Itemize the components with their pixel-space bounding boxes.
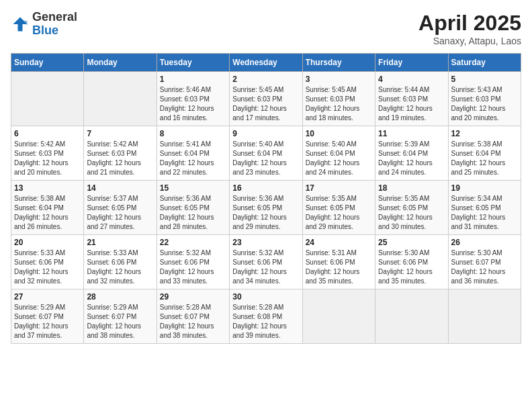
day-number: 4	[378, 75, 445, 84]
day-number: 23	[232, 238, 299, 247]
calendar-cell: 1Sunrise: 5:46 AMSunset: 6:03 PMDaylight…	[157, 72, 229, 126]
day-number: 29	[160, 292, 226, 302]
weekday-header-cell: Saturday	[448, 54, 521, 72]
calendar-week-row: 13Sunrise: 5:38 AMSunset: 6:04 PMDayligh…	[11, 181, 521, 235]
calendar-cell: 16Sunrise: 5:36 AMSunset: 6:05 PMDayligh…	[230, 181, 302, 235]
calendar-cell: 22Sunrise: 5:32 AMSunset: 6:06 PMDayligh…	[157, 235, 229, 289]
day-number: 8	[160, 129, 226, 138]
weekday-header-cell: Friday	[375, 54, 448, 72]
calendar-cell	[11, 72, 84, 126]
cell-content: Sunrise: 5:42 AMSunset: 6:03 PMDaylight:…	[14, 140, 81, 177]
calendar-cell	[448, 289, 521, 344]
calendar-cell: 2Sunrise: 5:45 AMSunset: 6:03 PMDaylight…	[230, 72, 302, 126]
day-number: 6	[14, 129, 81, 138]
cell-content: Sunrise: 5:29 AMSunset: 6:07 PMDaylight:…	[14, 303, 81, 340]
calendar-cell: 5Sunrise: 5:43 AMSunset: 6:03 PMDaylight…	[448, 72, 521, 126]
day-number: 24	[306, 238, 372, 247]
weekday-header-cell: Monday	[84, 54, 157, 72]
calendar-week-row: 20Sunrise: 5:33 AMSunset: 6:06 PMDayligh…	[11, 235, 521, 289]
calendar-cell: 3Sunrise: 5:45 AMSunset: 6:03 PMDaylight…	[302, 72, 375, 126]
weekday-header-cell: Thursday	[302, 54, 375, 72]
cell-content: Sunrise: 5:40 AMSunset: 6:04 PMDaylight:…	[306, 140, 372, 177]
calendar-cell: 24Sunrise: 5:31 AMSunset: 6:06 PMDayligh…	[302, 235, 375, 289]
cell-content: Sunrise: 5:44 AMSunset: 6:03 PMDaylight:…	[378, 85, 445, 123]
day-number: 25	[378, 238, 445, 247]
day-number: 28	[87, 292, 153, 302]
calendar-cell: 19Sunrise: 5:34 AMSunset: 6:05 PMDayligh…	[448, 181, 521, 235]
day-number: 21	[87, 238, 153, 247]
day-number: 15	[160, 183, 226, 193]
calendar-cell: 4Sunrise: 5:44 AMSunset: 6:03 PMDaylight…	[375, 72, 448, 126]
header: General Blue April 2025 Sanaxy, Attapu, …	[11, 11, 521, 46]
cell-content: Sunrise: 5:38 AMSunset: 6:04 PMDaylight:…	[14, 194, 81, 232]
day-number: 16	[232, 183, 299, 193]
day-number: 3	[306, 75, 372, 84]
calendar-cell: 6Sunrise: 5:42 AMSunset: 6:03 PMDaylight…	[11, 126, 84, 181]
calendar-week-row: 1Sunrise: 5:46 AMSunset: 6:03 PMDaylight…	[11, 72, 521, 126]
cell-content: Sunrise: 5:28 AMSunset: 6:07 PMDaylight:…	[160, 303, 226, 340]
title-area: April 2025 Sanaxy, Attapu, Laos	[418, 11, 521, 46]
calendar-cell	[375, 289, 448, 344]
day-number: 20	[14, 238, 81, 247]
day-number: 17	[306, 183, 372, 193]
calendar-week-row: 6Sunrise: 5:42 AMSunset: 6:03 PMDaylight…	[11, 126, 521, 181]
calendar-cell: 17Sunrise: 5:35 AMSunset: 6:05 PMDayligh…	[302, 181, 375, 235]
logo-icon	[11, 15, 30, 34]
calendar-cell: 28Sunrise: 5:29 AMSunset: 6:07 PMDayligh…	[84, 289, 157, 344]
calendar-cell: 11Sunrise: 5:39 AMSunset: 6:04 PMDayligh…	[375, 126, 448, 181]
day-number: 13	[14, 183, 81, 193]
calendar-cell	[84, 72, 157, 126]
cell-content: Sunrise: 5:45 AMSunset: 6:03 PMDaylight:…	[306, 85, 372, 123]
day-number: 1	[160, 75, 226, 84]
day-number: 9	[232, 129, 299, 138]
calendar-cell: 13Sunrise: 5:38 AMSunset: 6:04 PMDayligh…	[11, 181, 84, 235]
weekday-header-row: SundayMondayTuesdayWednesdayThursdayFrid…	[11, 54, 521, 72]
month-title: April 2025	[418, 11, 521, 36]
calendar-cell: 27Sunrise: 5:29 AMSunset: 6:07 PMDayligh…	[11, 289, 84, 344]
calendar-body: 1Sunrise: 5:46 AMSunset: 6:03 PMDaylight…	[11, 72, 521, 344]
cell-content: Sunrise: 5:36 AMSunset: 6:05 PMDaylight:…	[160, 194, 226, 232]
weekday-header-cell: Sunday	[11, 54, 84, 72]
cell-content: Sunrise: 5:37 AMSunset: 6:05 PMDaylight:…	[87, 194, 153, 232]
cell-content: Sunrise: 5:34 AMSunset: 6:05 PMDaylight:…	[451, 194, 518, 232]
svg-marker-0	[13, 17, 28, 31]
cell-content: Sunrise: 5:33 AMSunset: 6:06 PMDaylight:…	[87, 248, 153, 286]
location-title: Sanaxy, Attapu, Laos	[418, 36, 521, 46]
day-number: 18	[378, 183, 445, 193]
day-number: 2	[232, 75, 299, 84]
calendar-cell: 8Sunrise: 5:41 AMSunset: 6:04 PMDaylight…	[157, 126, 229, 181]
calendar-week-row: 27Sunrise: 5:29 AMSunset: 6:07 PMDayligh…	[11, 289, 521, 344]
calendar-cell: 18Sunrise: 5:35 AMSunset: 6:05 PMDayligh…	[375, 181, 448, 235]
cell-content: Sunrise: 5:35 AMSunset: 6:05 PMDaylight:…	[378, 194, 445, 232]
calendar-cell: 29Sunrise: 5:28 AMSunset: 6:07 PMDayligh…	[157, 289, 229, 344]
day-number: 11	[378, 129, 445, 138]
calendar-cell: 12Sunrise: 5:38 AMSunset: 6:04 PMDayligh…	[448, 126, 521, 181]
cell-content: Sunrise: 5:30 AMSunset: 6:06 PMDaylight:…	[378, 248, 445, 286]
cell-content: Sunrise: 5:28 AMSunset: 6:08 PMDaylight:…	[232, 303, 299, 340]
weekday-header-cell: Wednesday	[230, 54, 302, 72]
calendar-cell: 30Sunrise: 5:28 AMSunset: 6:08 PMDayligh…	[230, 289, 302, 344]
day-number: 14	[87, 183, 153, 193]
day-number: 7	[87, 129, 153, 138]
day-number: 19	[451, 183, 518, 193]
day-number: 10	[306, 129, 372, 138]
cell-content: Sunrise: 5:42 AMSunset: 6:03 PMDaylight:…	[87, 140, 153, 177]
cell-content: Sunrise: 5:38 AMSunset: 6:04 PMDaylight:…	[451, 140, 518, 177]
cell-content: Sunrise: 5:36 AMSunset: 6:05 PMDaylight:…	[232, 194, 299, 232]
cell-content: Sunrise: 5:46 AMSunset: 6:03 PMDaylight:…	[160, 85, 226, 123]
logo: General Blue	[11, 11, 77, 38]
weekday-header-cell: Tuesday	[157, 54, 229, 72]
calendar-cell: 15Sunrise: 5:36 AMSunset: 6:05 PMDayligh…	[157, 181, 229, 235]
calendar-cell: 23Sunrise: 5:32 AMSunset: 6:06 PMDayligh…	[230, 235, 302, 289]
day-number: 26	[451, 238, 518, 247]
cell-content: Sunrise: 5:39 AMSunset: 6:04 PMDaylight:…	[378, 140, 445, 177]
day-number: 5	[451, 75, 518, 84]
cell-content: Sunrise: 5:45 AMSunset: 6:03 PMDaylight:…	[232, 85, 299, 123]
day-number: 22	[160, 238, 226, 247]
cell-content: Sunrise: 5:41 AMSunset: 6:04 PMDaylight:…	[160, 140, 226, 177]
calendar-cell: 9Sunrise: 5:40 AMSunset: 6:04 PMDaylight…	[230, 126, 302, 181]
calendar-cell: 21Sunrise: 5:33 AMSunset: 6:06 PMDayligh…	[84, 235, 157, 289]
logo-general-text: General	[32, 10, 77, 24]
cell-content: Sunrise: 5:35 AMSunset: 6:05 PMDaylight:…	[306, 194, 372, 232]
day-number: 12	[451, 129, 518, 138]
